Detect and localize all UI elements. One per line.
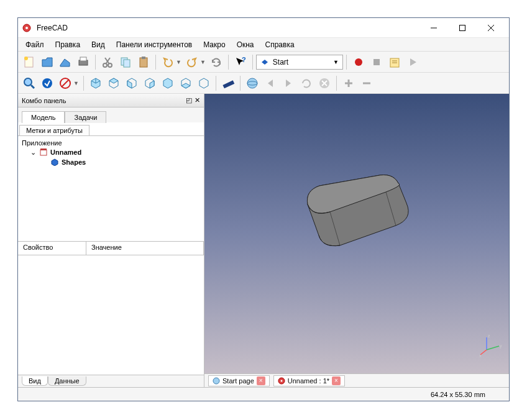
view-iso-icon[interactable] xyxy=(87,75,104,92)
content-area: Комбо панель ◰ ✕ Модель Задачи Метки и а… xyxy=(18,94,509,387)
macro-play-icon[interactable] xyxy=(404,53,421,71)
close-button[interactable] xyxy=(477,19,505,37)
toolbar-view: ▼ xyxy=(18,73,509,94)
view-right-icon[interactable] xyxy=(141,75,158,92)
macro-record-icon[interactable] xyxy=(350,53,367,71)
measure-icon[interactable] xyxy=(219,75,237,92)
tree-shape-item[interactable]: Shapes xyxy=(22,157,200,167)
btab-view[interactable]: Вид xyxy=(22,377,48,386)
menu-edit[interactable]: Правка xyxy=(50,39,86,50)
view-bottom-icon[interactable] xyxy=(177,75,195,92)
svg-rect-29 xyxy=(222,80,234,88)
print-icon[interactable] xyxy=(75,53,92,71)
drawstyle-dropdown[interactable]: ▼ xyxy=(73,80,79,86)
svg-point-30 xyxy=(247,78,257,88)
whatsthis-icon[interactable]: ? xyxy=(232,53,249,71)
menu-macro[interactable]: Макро xyxy=(198,39,230,50)
chevron-down-icon: ▼ xyxy=(333,59,339,65)
svg-text:x: x xyxy=(479,354,482,357)
svg-rect-17 xyxy=(142,57,145,59)
svg-text:?: ? xyxy=(242,56,246,63)
redo-icon[interactable] xyxy=(183,53,201,71)
model-shape xyxy=(291,168,422,255)
web-stop-icon[interactable] xyxy=(316,75,333,92)
view-rear-icon[interactable] xyxy=(159,75,176,92)
tree-app-label: Приложение xyxy=(22,139,200,147)
web-home-icon[interactable] xyxy=(244,75,261,92)
svg-point-48 xyxy=(280,380,282,381)
view-top-icon[interactable] xyxy=(123,75,140,92)
app-icon xyxy=(22,23,32,33)
menu-view[interactable]: Вид xyxy=(86,39,110,50)
property-body xyxy=(18,255,204,375)
zoom-out-icon[interactable] xyxy=(358,75,375,92)
new-icon[interactable] xyxy=(21,53,38,71)
save-icon[interactable] xyxy=(57,53,74,71)
svg-rect-3 xyxy=(460,25,465,30)
view-left-icon[interactable] xyxy=(195,75,213,92)
redo-dropdown[interactable]: ▼ xyxy=(200,59,206,65)
workbench-selector[interactable]: Start ▼ xyxy=(256,55,343,70)
draw-style-icon[interactable] xyxy=(57,75,74,92)
tab-model[interactable]: Модель xyxy=(22,111,65,123)
copy-icon[interactable] xyxy=(117,53,134,71)
tab-start-page[interactable]: Start page × xyxy=(208,375,270,386)
model-tree[interactable]: Приложение ⌄ Unnamed Shapes xyxy=(18,136,204,242)
3d-view[interactable]: z y x xyxy=(204,94,509,373)
tree-document[interactable]: ⌄ Unnamed xyxy=(22,147,200,157)
web-refresh-icon[interactable] xyxy=(298,75,315,92)
undo-icon[interactable] xyxy=(159,53,176,71)
tree-toggle-icon[interactable]: ⌄ xyxy=(29,148,37,157)
menu-file[interactable]: Файл xyxy=(21,39,49,50)
prop-col-value: Значение xyxy=(86,242,204,255)
close-tab-icon[interactable]: × xyxy=(257,377,265,385)
macro-stop-icon[interactable] xyxy=(368,53,385,71)
minimize-button[interactable] xyxy=(419,19,448,37)
window-controls xyxy=(419,19,505,37)
menu-tool-panels[interactable]: Панели инструментов xyxy=(111,39,197,50)
paste-icon[interactable] xyxy=(135,53,152,71)
zoom-in-icon[interactable] xyxy=(340,75,357,92)
web-back-icon[interactable] xyxy=(262,75,279,92)
svg-line-41 xyxy=(487,346,499,350)
subtab-labels[interactable]: Метки и атрибуты xyxy=(19,125,89,135)
view-front-icon[interactable] xyxy=(105,75,122,92)
tab-unnamed-doc[interactable]: Unnamed : 1* × xyxy=(273,375,345,386)
svg-line-25 xyxy=(31,85,34,88)
zoom-fit-icon[interactable] xyxy=(21,75,38,92)
close-tab-icon[interactable]: × xyxy=(332,377,341,385)
shape-icon xyxy=(50,158,59,167)
refresh-icon[interactable] xyxy=(208,53,225,71)
tab-tasks[interactable]: Задачи xyxy=(65,111,106,123)
cut-icon[interactable] xyxy=(99,53,116,71)
svg-rect-15 xyxy=(124,60,130,67)
combo-subtabs: Метки и атрибуты xyxy=(18,122,204,136)
svg-rect-39 xyxy=(40,148,47,150)
menu-windows[interactable]: Окна xyxy=(232,39,259,50)
zoom-select-icon[interactable] xyxy=(39,75,56,92)
svg-point-24 xyxy=(24,78,32,86)
btab-data[interactable]: Данные xyxy=(48,377,86,386)
prop-col-name: Свойство xyxy=(18,242,86,255)
svg-point-26 xyxy=(42,78,52,88)
maximize-button[interactable] xyxy=(448,19,477,37)
axes-indicator: z y x xyxy=(479,332,504,357)
svg-point-46 xyxy=(213,378,219,384)
combo-tabs: Модель Задачи xyxy=(18,107,204,122)
property-bottom-tabs: Вид Данные xyxy=(18,375,204,387)
svg-line-42 xyxy=(480,350,487,355)
panel-float-icon[interactable]: ◰ xyxy=(186,96,192,104)
panel-close-icon[interactable]: ✕ xyxy=(195,96,200,104)
open-icon[interactable] xyxy=(39,53,56,71)
app-title: FreeCAD xyxy=(37,24,419,32)
app-window: FreeCAD Файл Правка Вид Панели инструмен… xyxy=(17,17,510,401)
property-header: Свойство Значение xyxy=(18,242,204,255)
macro-edit-icon[interactable] xyxy=(386,53,403,71)
undo-dropdown[interactable]: ▼ xyxy=(176,59,181,65)
svg-rect-38 xyxy=(40,150,47,155)
viewport: z y x Start page × Unnamed : 1* × xyxy=(204,94,509,387)
status-dimensions: 64.24 x 55.30 mm xyxy=(431,391,485,398)
web-forward-icon[interactable] xyxy=(280,75,297,92)
menu-help[interactable]: Справка xyxy=(260,39,300,50)
workbench-label: Start xyxy=(273,58,288,66)
